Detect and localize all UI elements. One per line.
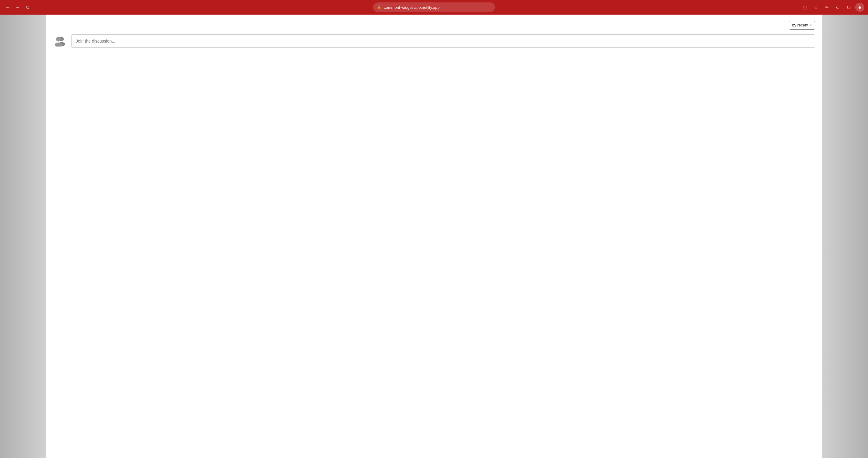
users-icon <box>53 34 66 48</box>
comment-widget-header: by recent ▾ <box>53 21 815 30</box>
sort-dropdown[interactable]: by recent ▾ <box>789 21 815 30</box>
address-bar[interactable]: 🔒 comment-widget-app.netlify.app <box>373 2 495 12</box>
browser-actions: ⬚ ☆ ✏ 🛡 ⬡ ● <box>800 3 864 12</box>
shield-button[interactable]: 🛡 <box>833 3 842 12</box>
nav-buttons: ← → ↻ <box>4 3 32 11</box>
page-area: by recent ▾ <box>0 14 868 458</box>
profile-button[interactable]: ● <box>855 3 864 12</box>
edit-button[interactable]: ✏ <box>823 3 832 12</box>
comment-input[interactable] <box>71 34 815 48</box>
browser-chrome: ← → ↻ 🔒 comment-widget-app.netlify.app ⬚… <box>0 0 868 14</box>
url-text: comment-widget-app.netlify.app <box>384 5 491 10</box>
extensions-button[interactable]: ⬡ <box>844 3 854 12</box>
comment-input-row <box>53 34 815 48</box>
page-right-shadow <box>823 14 868 458</box>
security-icon: 🔒 <box>377 5 381 9</box>
page-content: by recent ▾ <box>45 14 823 458</box>
back-button[interactable]: ← <box>4 3 12 11</box>
bookmark-button[interactable]: ☆ <box>811 3 820 12</box>
sort-label: by recent <box>792 23 808 27</box>
forward-button[interactable]: → <box>13 3 22 11</box>
svg-point-2 <box>56 37 61 42</box>
screenshot-button[interactable]: ⬚ <box>800 3 810 12</box>
page-left-shadow <box>0 14 45 458</box>
reload-button[interactable]: ↻ <box>23 3 32 11</box>
chevron-down-icon: ▾ <box>810 24 812 27</box>
